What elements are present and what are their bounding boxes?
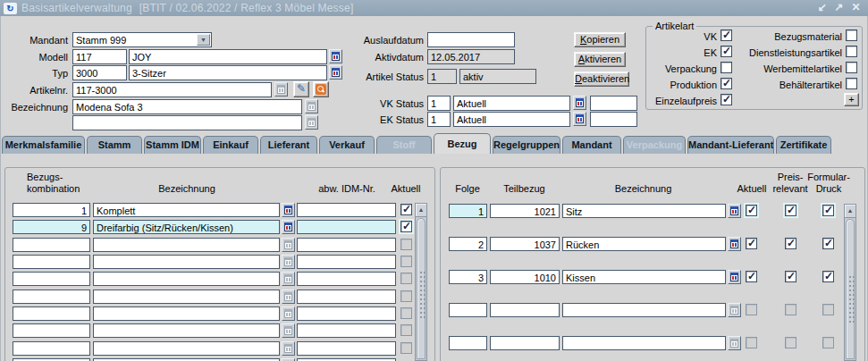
scroll-up-icon[interactable]: ▲ [845,205,855,218]
verpackung-checkbox[interactable] [721,62,732,73]
bezugskombination-nr-field[interactable] [13,255,90,269]
teilbezug-field[interactable]: 1010 [490,270,560,284]
aktuell-checkbox[interactable] [746,271,757,282]
lov-icon[interactable] [282,203,295,217]
typ-name-field[interactable]: 3-Sitzer [129,65,327,80]
bezeichnung-field[interactable]: Modena Sofa 3 [72,99,302,114]
scrollbar-thumb[interactable] [417,218,426,359]
formulardruck-checkbox[interactable] [822,271,834,282]
teilbezug-table-scrollbar[interactable]: ▲ [844,204,856,361]
lov-icon[interactable] [728,237,741,251]
abw-idm-field[interactable] [297,255,396,269]
einzelaufpreis-checkbox[interactable] [721,94,732,105]
lov-icon[interactable] [728,204,741,218]
ek-status-text-field[interactable]: Aktuell [453,112,570,127]
vk-checkbox[interactable] [721,29,732,41]
aktuell-checkbox[interactable] [746,205,757,216]
folge-field[interactable]: 2 [449,237,487,251]
bezugsmaterial-checkbox[interactable] [846,29,857,41]
abw-idm-field[interactable] [297,203,396,217]
deaktivieren-button[interactable]: Deaktivieren [574,71,629,87]
aktuell-checkbox[interactable] [400,204,412,215]
bezugskombination-bezeichnung-field[interactable] [93,306,280,321]
behaelterartikel-checkbox[interactable] [846,78,857,89]
modell-name-field[interactable]: JOY [129,49,327,64]
bezugskombination-nr-field[interactable]: 1 [13,203,90,217]
bezugskombination-nr-field[interactable] [13,238,90,252]
teilbezug-bezeichnung-field[interactable]: Rücken [562,237,726,251]
abw-idm-field[interactable] [297,290,396,304]
bezugskombination-bezeichnung-field[interactable] [93,341,280,356]
bezugskombination-nr-field[interactable] [13,341,90,356]
werbemittelartikel-checkbox[interactable] [846,62,857,73]
teilbezug-field[interactable]: 1037 [490,237,560,251]
folge-field[interactable] [449,336,487,350]
tab-zertifikate[interactable]: Zertifikate [776,136,831,154]
teilbezug-bezeichnung-field[interactable] [562,336,726,350]
bezugskombination-nr-field[interactable] [13,306,90,321]
tab-merkmalsfamilie[interactable]: Merkmalsfamilie [2,136,85,154]
bezugskombination-bezeichnung-field[interactable] [93,323,280,338]
folge-field[interactable]: 1 [449,204,487,218]
abw-idm-field[interactable] [297,272,396,286]
lov-icon[interactable] [282,220,295,234]
minimize-icon[interactable]: ↙ [813,1,830,13]
bezeichnung2-field[interactable] [72,115,302,130]
bezugskombination-nr-field[interactable] [13,272,90,286]
abw-idm-field[interactable] [297,238,396,252]
bezugskombination-bezeichnung-field[interactable] [93,272,280,286]
bezugskombination-bezeichnung-field[interactable] [93,255,280,269]
ek-status-code-field[interactable]: 1 [427,112,451,127]
kopieren-button[interactable]: Kopieren [574,32,626,47]
tab-mandant[interactable]: Mandant [562,136,621,154]
bezugskombination-nr-field[interactable]: 9 [13,220,90,234]
vk-status-extra-field[interactable] [590,96,637,111]
bezugskombination-nr-field[interactable] [13,290,90,304]
teilbezug-field[interactable] [490,336,560,350]
scrollbar-thumb[interactable] [846,219,855,359]
teilbezug-bezeichnung-field[interactable] [562,303,726,317]
bezugskombination-bezeichnung-field[interactable]: Dreifarbig (Sitz/Rücken/Kissen) [93,220,280,234]
abw-idm-field[interactable] [297,323,396,338]
vk-status-text-field[interactable]: Aktuell [453,96,570,111]
artikelnr-preview-button[interactable] [313,81,329,97]
artikelnr-edit-button[interactable]: ✎ [293,81,309,97]
auslaufdatum-field[interactable] [427,32,515,47]
preisrelevant-checkbox[interactable] [785,205,796,216]
produktion-checkbox[interactable] [721,78,732,89]
scroll-up-icon[interactable]: ▲ [416,204,426,217]
tab-bezug[interactable]: Bezug [434,133,491,154]
mandant-combobox[interactable]: Stamm 999 ▼ [72,32,212,47]
artikelnr-field[interactable]: 117-3000 [72,82,272,97]
aktuell-checkbox[interactable] [746,238,757,249]
bezugskombination-nr-field[interactable] [13,323,90,338]
teilbezug-bezeichnung-field[interactable]: Kissen [562,270,726,284]
aktivieren-button[interactable]: Aktivieren [574,52,626,67]
preisrelevant-checkbox[interactable] [785,271,796,282]
vk-status-lov-icon[interactable] [573,96,586,110]
folge-field[interactable]: 3 [449,270,487,284]
dienstleistungsartikel-checkbox[interactable] [846,46,857,57]
formulardruck-checkbox[interactable] [822,238,834,249]
bezugskombination-bezeichnung-field[interactable]: Komplett [93,203,280,217]
modell-code-field[interactable]: 117 [72,49,127,64]
tab-verkauf[interactable]: Verkauf [319,136,375,154]
aktuell-checkbox[interactable] [400,221,412,232]
typ-code-field[interactable]: 3000 [72,65,127,80]
tab-stamm[interactable]: Stamm [87,136,142,154]
tab-regelgruppen[interactable]: Regelgruppen [493,136,560,154]
folge-field[interactable] [449,303,487,317]
teilbezug-field[interactable] [490,303,560,317]
abw-idm-field[interactable] [297,306,396,321]
formulardruck-checkbox[interactable] [822,205,834,216]
ek-status-lov-icon[interactable] [573,112,586,126]
teilbezug-bezeichnung-field[interactable]: Sitz [562,204,726,218]
teilbezug-field[interactable]: 1021 [490,204,560,218]
vk-status-code-field[interactable]: 1 [427,96,451,111]
artikelart-plus-button[interactable]: + [844,93,859,106]
restore-icon[interactable]: ↗ [830,1,847,13]
tab-stamm-idm[interactable]: Stamm IDM [144,136,201,154]
lov-icon[interactable] [728,270,741,284]
bezug-table-scrollbar[interactable]: ▲ [415,203,427,361]
close-icon[interactable]: ✕ [847,1,864,13]
